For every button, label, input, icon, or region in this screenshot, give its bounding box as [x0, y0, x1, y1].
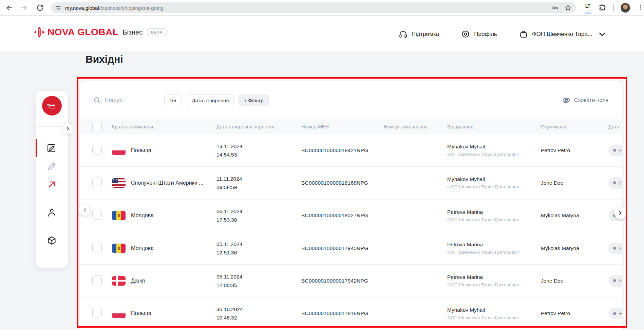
table-scroll-left-button[interactable] — [79, 204, 91, 216]
create-shipment-button[interactable] — [42, 96, 62, 116]
support-label: Підтримка — [412, 31, 439, 38]
draft-date: 13.11.2024 — [216, 142, 301, 150]
sidebar-expand-button[interactable] — [62, 123, 73, 134]
headset-icon — [399, 30, 408, 39]
draft-time: 10:48:32 — [216, 313, 301, 322]
site-settings-icon[interactable] — [55, 4, 62, 11]
select-all-checkbox[interactable] — [92, 122, 102, 131]
row-checkbox[interactable] — [92, 275, 102, 285]
recipient-name: Petrov Petro — [541, 310, 608, 316]
row-checkbox[interactable] — [92, 210, 102, 220]
row-checkbox-cell — [92, 210, 112, 221]
meh-number: BC0000010000017816NPG — [301, 310, 384, 316]
outgoing-table-panel: Тег Дата створення + Фільтр Сховати поля… — [80, 81, 622, 330]
status-dot-icon — [613, 247, 616, 250]
created-date-filter-button[interactable]: Дата створення — [187, 95, 234, 106]
sender-name: Myhakov Myhail — [447, 144, 541, 150]
chevron-right-icon — [65, 126, 70, 131]
hide-fields-button[interactable]: Сховати поля — [562, 96, 608, 105]
browser-profile-avatar[interactable] — [621, 3, 630, 13]
col-header-order-number[interactable]: Номер замовлення — [384, 124, 447, 129]
country-cell: Молдова — [112, 211, 216, 220]
key-icon[interactable] — [551, 4, 559, 12]
nova-global-logo[interactable]: NOVA GLOBAL Бізнес BETA — [34, 27, 167, 38]
draft-date-cell: 05.11.2024 12:51:36 — [216, 240, 301, 257]
col-header-date[interactable]: Дата — [608, 124, 622, 129]
person-icon — [46, 207, 57, 218]
table-row[interactable]: Польща 30.10.2024 10:48:32 BC00000100000… — [80, 297, 622, 330]
col-header-sender[interactable]: Відправник — [447, 124, 541, 129]
header-divider — [508, 28, 508, 40]
profile-label: Профіль — [474, 31, 497, 38]
sender-cell: Petrova Marina ФОП Шевченко Тарас Григор… — [447, 209, 541, 222]
bookmark-star-icon[interactable] — [564, 4, 572, 12]
browser-menu-icon[interactable] — [637, 4, 644, 12]
account-label: ФОП Шевченко Тара... — [532, 31, 592, 38]
nova-arrows-logo-icon — [34, 27, 45, 38]
chevron-left-icon — [82, 207, 88, 213]
account-switcher[interactable]: ФОП Шевченко Тара... — [519, 30, 607, 39]
col-header-country[interactable]: Країна отримання — [112, 124, 216, 129]
status-badge: Н — [608, 275, 622, 287]
col-header-meh-number[interactable]: Номер МЕН — [301, 124, 384, 129]
url-host: my.nova.global — [65, 5, 99, 11]
meh-number: BC0000010000017942NPG — [301, 278, 384, 284]
search-input[interactable] — [105, 97, 145, 104]
draft-date-cell: 30.10.2024 10:48:32 — [216, 305, 301, 322]
country-flag-icon — [112, 276, 126, 286]
table-row[interactable]: Польща 13.11.2024 14:54:53 BC00000100000… — [80, 134, 622, 167]
table-row[interactable]: Данія 05.11.2024 12:00:35 BC000001000001… — [80, 265, 622, 297]
url-text[interactable]: my.nova.global/business/shipping/out-goi… — [65, 5, 164, 11]
search-box[interactable] — [93, 96, 164, 104]
row-checkbox[interactable] — [92, 145, 102, 154]
sidebar-item-outgoing[interactable] — [46, 179, 57, 190]
status-dot-icon — [613, 181, 616, 184]
country-label: Сполучені Штати Америки ... — [131, 180, 203, 186]
sender-company: ФОП Шевченко Тарас Григорович — [447, 217, 541, 222]
row-checkbox[interactable] — [92, 243, 102, 252]
status-label: Н — [619, 147, 622, 153]
sender-company: ФОП Шевченко Тарас Григорович — [447, 282, 541, 287]
reload-icon[interactable] — [36, 4, 44, 12]
table-row[interactable]: Молдова 06.11.2024 17:53:38 BC0000010000… — [80, 200, 622, 232]
profile-button[interactable]: Профіль — [461, 30, 497, 39]
add-filter-button[interactable]: + Фільтр — [239, 95, 268, 106]
browser-toolbar: my.nova.global/business/shipping/out-goi… — [0, 0, 644, 16]
recipient-name: Mykolas Maryna — [541, 212, 608, 219]
extensions-puzzle-icon[interactable] — [598, 4, 606, 12]
draft-date-cell: 06.11.2024 17:53:38 — [216, 207, 301, 224]
meh-number: BC0000010000017945NPG — [301, 245, 384, 251]
sender-cell: Myhakov Myhail ФОП Шевченко Тарас Григор… — [447, 176, 541, 189]
back-arrow-icon[interactable] — [5, 4, 14, 12]
forward-arrow-icon[interactable] — [20, 4, 28, 12]
draft-date: 11.11.2024 — [216, 174, 301, 183]
app-header: NOVA GLOBAL Бізнес BETA Підтримка Профіл… — [0, 16, 644, 53]
status-badge: Н — [608, 145, 622, 156]
col-header-recipient[interactable]: Отримувач — [541, 124, 608, 129]
address-bar[interactable]: my.nova.global/business/shipping/out-goi… — [51, 2, 576, 13]
eye-off-icon — [562, 96, 571, 105]
sidebar-item-contacts[interactable] — [46, 207, 57, 218]
draft-date-cell: 11.11.2024 09:58:59 — [216, 174, 301, 191]
status-label: Н — [619, 311, 622, 316]
support-button[interactable]: Підтримка — [399, 30, 439, 39]
sidebar-item-edit[interactable] — [46, 161, 57, 171]
country-cell: Молдова — [112, 244, 216, 253]
draft-time: 09:58:59 — [216, 183, 301, 191]
status-dot-icon — [613, 279, 616, 282]
table-row[interactable]: Молдова 05.11.2024 12:51:36 BC0000010000… — [80, 232, 622, 265]
lt-extension-icon[interactable]: LT — [583, 3, 592, 12]
country-label: Польща — [131, 310, 151, 316]
col-header-draft-date[interactable]: Дата створення чернетки — [216, 124, 301, 129]
sidebar-item-drafts[interactable] — [46, 143, 57, 153]
row-checkbox-cell — [92, 243, 112, 254]
country-cell: Польща — [112, 309, 216, 318]
tag-filter-button[interactable]: Тег — [164, 95, 182, 106]
row-checkbox[interactable] — [92, 308, 102, 317]
country-label: Данія — [131, 278, 145, 284]
table-row[interactable]: Сполучені Штати Америки ... 11.11.2024 0… — [80, 167, 622, 199]
table-scroll-right-button[interactable] — [614, 207, 626, 219]
row-checkbox[interactable] — [92, 178, 102, 187]
sidebar-item-parcels[interactable] — [46, 235, 57, 246]
country-label: Польща — [131, 147, 151, 153]
